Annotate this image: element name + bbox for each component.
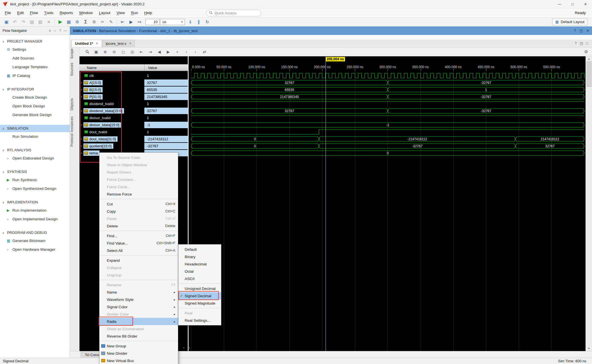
menu-reports[interactable]: Reports xyxy=(57,8,76,17)
waveform-row[interactable]: 0-21474181122147418112 xyxy=(189,136,586,143)
context-menu-item-select-all[interactable]: Select AllCtrl+A xyxy=(100,247,178,254)
flow-item-open-hardware-manager[interactable]: >Open Hardware Manager xyxy=(0,245,70,254)
float-icon[interactable]: ◳ xyxy=(580,29,583,33)
redo-icon[interactable]: ↷ xyxy=(19,19,28,25)
flow-section-simulation[interactable]: ∨SIMULATION xyxy=(0,125,70,132)
expand-arrow-icon[interactable]: > xyxy=(81,109,83,112)
signal-value[interactable]: 2147385345 xyxy=(144,94,188,100)
minimize-icon[interactable]: — xyxy=(64,29,67,33)
sim-time-input[interactable]: 10 xyxy=(145,19,160,25)
expand-arrow-icon[interactable]: > xyxy=(81,152,83,155)
close-button[interactable]: ✕ xyxy=(579,0,592,8)
signal-name-row[interactable]: >B[15:0] xyxy=(79,86,144,93)
settings-icon[interactable]: ⚙ xyxy=(73,19,81,25)
expand-arrow-icon[interactable]: > xyxy=(81,137,83,141)
search-icon[interactable] xyxy=(83,48,91,55)
swap-cursors-icon[interactable]: ⇄ xyxy=(200,48,209,55)
waveform-row[interactable]: -1 xyxy=(189,121,586,128)
close-icon[interactable]: ✕ xyxy=(586,29,589,33)
waveform-row[interactable]: 655351 xyxy=(189,86,586,93)
radix-option-signed-decimal[interactable]: ✓Signed Decimal xyxy=(178,292,221,299)
signal-name-row[interactable]: >P[31:0] xyxy=(79,93,144,100)
tab-untitled-1[interactable]: Untitled 1*✕ xyxy=(72,40,102,47)
run-for-icon[interactable]: ⇓ xyxy=(186,19,195,25)
run-all-icon[interactable]: ▶ xyxy=(127,19,135,25)
name-column-header[interactable]: Name xyxy=(79,64,144,71)
signal-value[interactable]: 65535 xyxy=(144,86,188,93)
radix-option-binary[interactable]: Binary xyxy=(178,253,221,260)
flow-item-open-implemented-design[interactable]: >Open Implemented Design xyxy=(0,215,70,223)
maximize-button[interactable]: □ xyxy=(566,0,579,8)
expand-chevron-icon[interactable]: > xyxy=(7,157,12,160)
paste-icon[interactable]: ▥ xyxy=(36,19,45,25)
signal-name-row[interactable]: >quotient[15:0] xyxy=(79,143,144,150)
zoom-out-icon[interactable]: ⊖ xyxy=(110,48,118,55)
scrollbar-thumb[interactable] xyxy=(587,61,591,87)
hscroll-left-arrow-icon[interactable]: ‹ xyxy=(189,346,190,350)
menu-run[interactable]: Run xyxy=(128,8,141,17)
zoom-to-cursor-icon[interactable]: ◎ xyxy=(128,48,136,55)
expand-arrow-icon[interactable]: > xyxy=(81,145,83,148)
expand-icon[interactable]: ⇔ xyxy=(53,29,57,33)
context-menu-item-delete[interactable]: DeleteDelete xyxy=(100,222,178,230)
side-tab-sources[interactable]: Sources xyxy=(70,63,79,76)
signal-value[interactable]: -1 xyxy=(144,122,188,128)
expand-arrow-icon[interactable]: > xyxy=(81,88,83,91)
report-sigma-icon[interactable]: Σ xyxy=(81,19,90,25)
hscroll-right-arrow-icon[interactable]: › xyxy=(183,346,184,350)
scroll-down-icon[interactable]: ▼ xyxy=(588,347,590,350)
step-icon[interactable]: ↦ xyxy=(135,19,144,25)
waveform-row[interactable] xyxy=(189,72,586,79)
waveform-row[interactable] xyxy=(189,100,586,107)
context-menu-item-new-divider[interactable]: New Divider xyxy=(100,350,178,357)
context-menu-item-find-value[interactable]: Find Value...Ctrl+Shift+F xyxy=(100,239,178,247)
menu-help[interactable]: Help xyxy=(141,8,155,17)
flow-item-run-synthesis[interactable]: ▶Run Synthesis xyxy=(0,176,70,184)
waveform-row[interactable] xyxy=(189,114,586,121)
signal-value[interactable]: 1 xyxy=(144,115,188,121)
go-to-start-icon[interactable]: ⇤ xyxy=(137,48,145,55)
expand-arrow-icon[interactable]: > xyxy=(81,81,83,84)
zoom-in-icon[interactable]: ⊕ xyxy=(101,48,109,55)
waveform-row[interactable]: 32767-32767 xyxy=(189,79,586,86)
radix-option-default[interactable]: Default xyxy=(178,246,221,253)
flow-item-open-elaborated-design[interactable]: >Open Elaborated Design xyxy=(0,154,70,163)
expand-arrow-icon[interactable]: > xyxy=(81,95,83,98)
flow-item-open-synthesized-design[interactable]: >Open Synthesized Design xyxy=(0,184,70,193)
restart-icon[interactable]: ⇤ xyxy=(118,19,127,25)
next-marker-icon[interactable]: › xyxy=(191,48,200,55)
layout-selector[interactable]: ▦ Default Layout xyxy=(552,19,587,25)
context-menu-item-remove-force[interactable]: Remove Force xyxy=(100,190,178,198)
context-menu-item-copy[interactable]: CopyCtrl+C xyxy=(100,208,178,215)
help-icon[interactable]: ? xyxy=(575,41,577,45)
waveform-row[interactable]: 0 xyxy=(189,150,586,157)
context-menu-item-cut[interactable]: CutCtrl+X xyxy=(100,200,178,208)
flow-section-ip-integrator[interactable]: ∨IP INTEGRATOR xyxy=(0,86,70,93)
expand-chevron-icon[interactable]: > xyxy=(7,248,12,251)
flow-item-run-implementation[interactable]: ▶Run Implementation xyxy=(0,206,70,215)
float-icon[interactable]: ◳ xyxy=(580,41,583,45)
radix-option-signed-magnitude[interactable]: Signed Magnitude xyxy=(178,299,221,307)
flow-section-rtl-analysis[interactable]: ∨RTL ANALYSIS xyxy=(0,147,70,154)
context-menu-item-new-virtual-bus[interactable]: New Virtual Bus xyxy=(100,357,178,364)
save-icon[interactable]: ▣ xyxy=(2,19,11,25)
next-transition-icon[interactable]: ▶ xyxy=(164,48,173,55)
edit-icon[interactable]: ✎ xyxy=(107,19,115,25)
save-icon[interactable]: ▣ xyxy=(92,48,100,55)
context-menu-item-find[interactable]: Find...Ctrl+F xyxy=(100,232,178,239)
expand-arrow-icon[interactable]: > xyxy=(81,123,83,126)
context-menu-item-expand[interactable]: Expand xyxy=(100,257,178,264)
flow-section-project-manager[interactable]: ∨PROJECT MANAGER xyxy=(0,38,70,45)
flow-item-add-sources[interactable]: Add Sources xyxy=(0,54,70,63)
radix-option-hexadecimal[interactable]: Hexadecimal xyxy=(178,260,221,268)
close-icon[interactable]: ✕ xyxy=(45,19,53,25)
signal-name-row[interactable]: >divisor_tdata[15:0] xyxy=(79,121,144,128)
side-tab-protocol-instances[interactable]: Protocol Instances xyxy=(70,116,79,147)
add-marker-icon[interactable]: + xyxy=(173,48,182,55)
scroll-up-icon[interactable]: ▲ xyxy=(588,57,590,60)
menu-window[interactable]: Window xyxy=(76,8,96,17)
waveform-row[interactable]: 2147385345-32767 xyxy=(189,93,586,100)
flow-item-generate-bitstream[interactable]: ▦Generate Bitstream xyxy=(0,236,70,245)
waveform-row[interactable]: 32767-32767 xyxy=(189,107,586,114)
signal-value[interactable]: -32767 xyxy=(144,143,188,149)
